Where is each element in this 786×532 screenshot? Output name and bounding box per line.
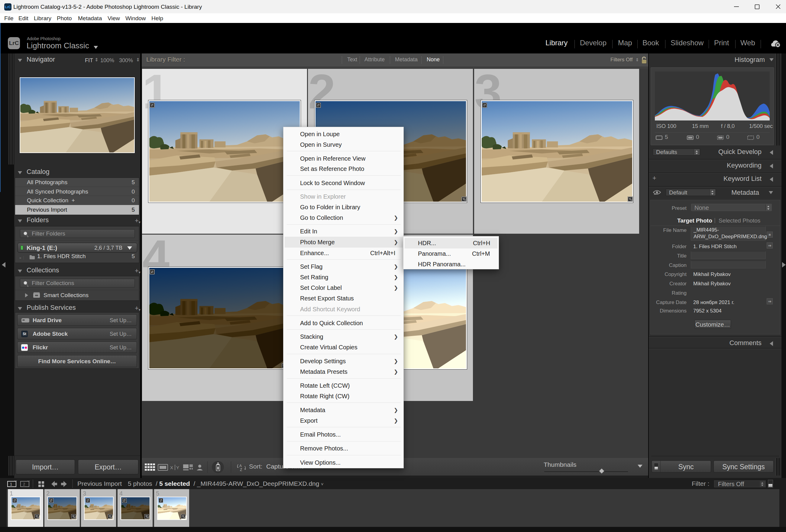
svg-text:A: A bbox=[239, 464, 242, 468]
svg-text:X: X bbox=[170, 465, 173, 470]
svg-text:Y: Y bbox=[176, 465, 179, 470]
svg-text:2: 2 bbox=[23, 482, 25, 486]
svg-text:Z: Z bbox=[240, 468, 242, 471]
svg-text:1: 1 bbox=[10, 482, 12, 486]
